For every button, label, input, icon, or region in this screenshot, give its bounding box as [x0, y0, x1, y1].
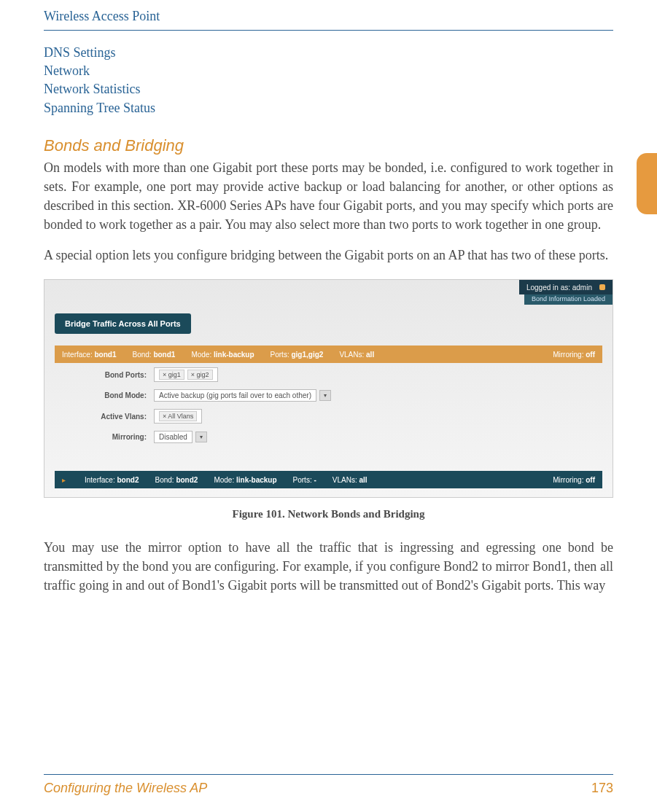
bond2-interface-label: Interface: bond2: [85, 476, 139, 484]
mirroring-select[interactable]: Disabled: [154, 431, 193, 443]
fig-topbar: Logged in as: admin: [519, 280, 613, 294]
fig-subtop: Bond Information Loaded: [524, 294, 613, 305]
section-heading: Bonds and Bridging: [44, 136, 613, 155]
footer-section-title: Configuring the Wireless AP: [44, 781, 207, 796]
figure-caption: Figure 101. Network Bonds and Bridging: [44, 508, 613, 520]
bond2-header-row[interactable]: ▸ Interface: bond2 Bond: bond2 Mode: lin…: [55, 471, 602, 488]
bond2-bond-label: Bond: bond2: [155, 476, 198, 484]
toc-link-spanning-tree[interactable]: Spanning Tree Status: [44, 99, 613, 117]
active-vlans-label: Active Vlans:: [88, 413, 154, 421]
bond1-interface-label: Interface: bond1: [62, 351, 116, 359]
paragraph-3: You may use the mirror option to have al…: [44, 538, 613, 595]
bond1-mirror-label: Mirroring: off: [553, 351, 595, 359]
toc-link-dns[interactable]: DNS Settings: [44, 44, 613, 62]
paragraph-2: A special option lets you configure brid…: [44, 246, 613, 265]
bond-mode-select[interactable]: Active backup (gig ports fail over to ea…: [154, 389, 316, 402]
chevron-down-icon[interactable]: ▾: [195, 432, 207, 442]
footer-page-number: 173: [591, 781, 613, 796]
bond2-vlans-label: VLANs: all: [333, 476, 368, 484]
vlan-chip-all[interactable]: × All Vlans: [159, 411, 197, 421]
port-chip-gig1[interactable]: × gig1: [159, 370, 184, 380]
bond1-mode-label: Mode: link-backup: [191, 351, 254, 359]
bond1-vlans-label: VLANs: all: [339, 351, 374, 359]
fig-login-text: Logged in as: admin: [526, 284, 592, 292]
port-chip-gig2[interactable]: × gig2: [187, 370, 213, 380]
toc-link-list: DNS Settings Network Network Statistics …: [44, 44, 613, 117]
bond1-bond-label: Bond: bond1: [132, 351, 175, 359]
toc-link-network[interactable]: Network: [44, 62, 613, 80]
mirroring-label: Mirroring:: [88, 433, 154, 441]
page-footer: Configuring the Wireless AP 173: [44, 774, 613, 796]
active-vlans-input[interactable]: × All Vlans: [154, 409, 202, 423]
bond1-ports-label: Ports: gig1,gig2: [271, 351, 324, 359]
chevron-right-icon: ▸: [62, 476, 66, 484]
bond-ports-label: Bond Ports:: [88, 371, 154, 379]
bond-ports-input[interactable]: × gig1 × gig2: [154, 367, 218, 382]
bridge-traffic-button[interactable]: Bridge Traffic Across All Ports: [55, 313, 191, 334]
bond-mode-label: Bond Mode:: [88, 391, 154, 399]
bond2-mode-label: Mode: link-backup: [214, 476, 276, 484]
figure-screenshot: Logged in as: admin Bond Information Loa…: [44, 279, 613, 498]
toc-link-netstats[interactable]: Network Statistics: [44, 80, 613, 98]
fig-status-icon: [599, 284, 605, 290]
page-header-title: Wireless Access Point: [44, 9, 613, 31]
paragraph-1: On models with more than one Gigabit por…: [44, 158, 613, 234]
bond2-mirror-label: Mirroring: off: [553, 476, 595, 484]
bond1-form: Bond Ports: × gig1 × gig2 Bond Mode: Act…: [88, 367, 569, 450]
bond1-header-row[interactable]: Interface: bond1 Bond: bond1 Mode: link-…: [55, 346, 602, 363]
bond2-ports-label: Ports: -: [293, 476, 316, 484]
chevron-down-icon[interactable]: ▾: [319, 390, 331, 401]
section-tab-marker: [637, 153, 657, 214]
